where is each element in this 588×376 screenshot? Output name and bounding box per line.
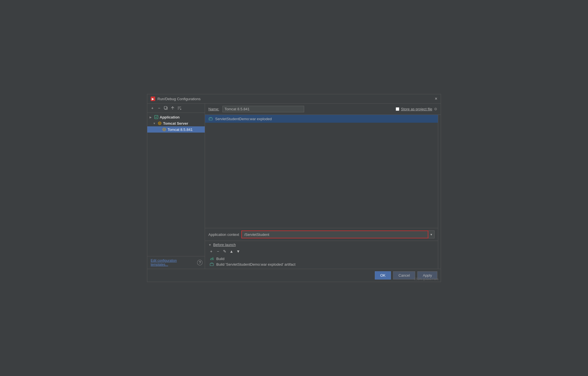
app-context-input[interactable] bbox=[241, 230, 428, 238]
tree-arrow-tomcat: ▼ bbox=[153, 122, 156, 125]
left-toolbar: + − bbox=[147, 104, 205, 113]
right-header: Name: Store as project file ⚙ bbox=[205, 104, 441, 115]
left-panel: + − ▶ Appl bbox=[147, 104, 205, 269]
name-label: Name: bbox=[208, 107, 219, 111]
scrollbar-track[interactable] bbox=[438, 115, 441, 269]
add-config-button[interactable]: + bbox=[150, 105, 155, 111]
tomcat-config-icon bbox=[162, 127, 166, 132]
bl-up-button[interactable]: ▲ bbox=[229, 249, 234, 254]
artifact-icon bbox=[208, 117, 213, 121]
context-dropdown-button[interactable]: ▼ bbox=[428, 230, 435, 238]
left-panel-bottom: Edit configuration templates... ? bbox=[147, 256, 205, 269]
app-icon: ▶ bbox=[151, 97, 155, 101]
before-launch-items: Build Build 'ServletStudentDemo:war expl… bbox=[208, 256, 435, 267]
store-gear-icon: ⚙ bbox=[434, 107, 437, 111]
bl-down-button[interactable]: ▼ bbox=[235, 249, 241, 254]
run-debug-dialog: ▶ Run/Debug Configurations × + − bbox=[147, 94, 441, 282]
bl-item-artifact-label: Build 'ServletStudentDemo:war exploded' … bbox=[216, 262, 295, 267]
edit-config-link[interactable]: Edit configuration templates... bbox=[147, 256, 195, 269]
before-launch-toolbar: + − ✎ ▲ ▼ bbox=[208, 249, 435, 254]
build-icon bbox=[210, 256, 214, 261]
app-context-label: Application context bbox=[208, 232, 239, 237]
svg-rect-5 bbox=[209, 118, 212, 120]
application-label: Application bbox=[160, 115, 180, 119]
title-bar: ▶ Run/Debug Configurations × bbox=[147, 94, 441, 104]
right-main: ServletStudentDemo:war exploded Applicat… bbox=[205, 115, 441, 269]
store-project-checkbox[interactable] bbox=[396, 107, 399, 111]
before-launch-header: ▼ Before launch bbox=[208, 243, 435, 247]
name-input[interactable] bbox=[222, 106, 304, 112]
bl-add-button[interactable]: + bbox=[208, 249, 214, 254]
title-bar-left: ▶ Run/Debug Configurations bbox=[151, 97, 201, 101]
artifact-build-icon bbox=[210, 262, 214, 267]
svg-point-6 bbox=[210, 119, 210, 119]
before-launch-arrow[interactable]: ▼ bbox=[208, 243, 211, 247]
tree-item-tomcat-config[interactable]: Tomcat 8.5.841 bbox=[147, 126, 205, 133]
watermark: CSDN @Java Fans bbox=[414, 277, 438, 281]
close-button[interactable]: × bbox=[435, 97, 437, 101]
tree-item-tomcat-server[interactable]: ▼ Tomcat Server bbox=[147, 120, 205, 126]
dialog-title: Run/Debug Configurations bbox=[157, 97, 201, 101]
config-tree: ▶ Application ▼ Tomcat Server bbox=[147, 113, 205, 256]
tomcat-server-label: Tomcat Server bbox=[163, 121, 188, 126]
context-input-wrapper: ▼ bbox=[241, 230, 435, 238]
deployment-area: ServletStudentDemo:war exploded bbox=[205, 115, 438, 228]
tomcat-server-icon bbox=[157, 121, 162, 126]
store-project-label: Store as project file bbox=[401, 107, 432, 111]
right-panel: Name: Store as project file ⚙ bbox=[205, 104, 441, 269]
tree-item-application[interactable]: ▶ Application bbox=[147, 114, 205, 120]
before-launch-title: Before launch bbox=[213, 243, 236, 247]
bl-item-build: Build bbox=[210, 256, 435, 261]
bottom-bar: OK Cancel Apply bbox=[147, 269, 441, 282]
right-content: ServletStudentDemo:war exploded Applicat… bbox=[205, 115, 438, 269]
ok-button[interactable]: OK bbox=[375, 271, 391, 279]
bl-edit-button[interactable]: ✎ bbox=[222, 249, 228, 254]
cancel-button[interactable]: Cancel bbox=[393, 271, 415, 279]
share-config-button[interactable] bbox=[170, 105, 175, 111]
svg-rect-1 bbox=[164, 106, 167, 109]
bl-item-artifact: Build 'ServletStudentDemo:war exploded' … bbox=[210, 261, 435, 267]
bl-remove-button[interactable]: − bbox=[215, 249, 221, 254]
help-button[interactable]: ? bbox=[197, 260, 202, 265]
sort-config-button[interactable] bbox=[177, 105, 182, 111]
tree-arrow-application: ▶ bbox=[150, 116, 153, 119]
store-project-area: Store as project file ⚙ bbox=[396, 107, 437, 111]
remove-config-button[interactable]: − bbox=[156, 105, 162, 111]
copy-config-button[interactable] bbox=[163, 105, 169, 111]
application-icon bbox=[154, 115, 159, 119]
deployment-item[interactable]: ServletStudentDemo:war exploded bbox=[205, 115, 438, 123]
bl-item-build-label: Build bbox=[216, 257, 224, 261]
tomcat-config-label: Tomcat 8.5.841 bbox=[168, 127, 193, 132]
before-launch-section: ▼ Before launch + − ✎ ▲ ▼ bbox=[205, 241, 438, 269]
app-context-row: Application context ▼ bbox=[205, 228, 438, 241]
svg-rect-7 bbox=[210, 263, 213, 266]
main-content: + − ▶ Appl bbox=[147, 104, 441, 269]
artifact-label: ServletStudentDemo:war exploded bbox=[215, 117, 272, 121]
